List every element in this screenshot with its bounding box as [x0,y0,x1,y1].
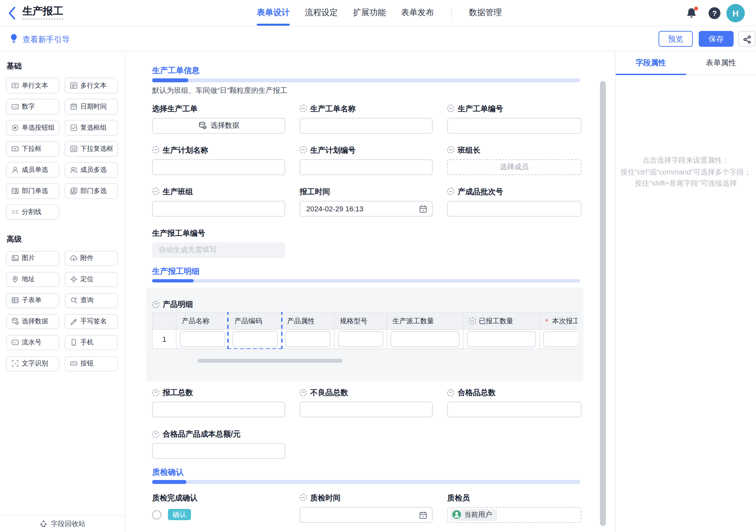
field-batch-no[interactable]: 产成品批次号 [447,187,581,216]
field-type-subform[interactable]: 子表单 [6,293,59,308]
subform-cell-input[interactable] [232,331,278,347]
preview-button[interactable]: 预览 [659,31,693,47]
subform-panel[interactable]: 产品明细 产品名称产品编码产品属性规格型号生产派工数量已报工数量*本次报工数量 … [146,288,583,381]
subform-cell-input[interactable] [467,331,536,347]
field-plan-no[interactable]: 生产计划编号 [300,145,433,175]
field-type-image[interactable]: 图片 [6,251,59,266]
field-type-location[interactable]: 定位 [65,272,118,287]
subform-column-header[interactable]: 规格型号 [334,312,387,330]
subform-cell-input[interactable] [391,331,460,347]
field-type-multi-line-text[interactable]: 多行文本 [65,78,118,93]
field-type-member-single[interactable]: 成员单选 [6,162,59,177]
field-qualified-total[interactable]: 合格品总数 [447,388,581,417]
field-type-checkbox-group[interactable]: 复选框组 [65,120,118,135]
field-type-datetime[interactable]: 日期时间 [65,99,118,114]
field-defect-total[interactable]: 不良品总数 [300,388,433,417]
link-icon [152,301,159,308]
field-type-divider[interactable]: 分割线 [6,204,59,220]
subform-column-header[interactable]: 生产派工数量 [387,312,463,330]
user-avatar[interactable]: H [726,4,745,22]
datetime-input[interactable] [300,507,433,522]
field-cost-total[interactable]: 合格品产品成本总额/元 [152,429,285,459]
field-qc-time[interactable]: 质检时间 [300,493,433,522]
subform-cell-input[interactable] [285,331,331,347]
field-type-label: 下拉复选框 [80,144,113,153]
field-type-radio-group[interactable]: 单选按钮组 [6,120,59,135]
vertical-scrollbar[interactable] [600,81,606,526]
field-type-ocr[interactable]: A文字识别 [6,356,59,371]
text-input[interactable] [300,118,433,133]
field-type-address[interactable]: 地址 [6,272,59,287]
share-button[interactable] [738,31,755,47]
field-type-serial-number[interactable]: NO.流水号 [6,335,59,350]
auto-serial-input[interactable]: 自动生成无需填写 [152,242,285,258]
nav-tab[interactable]: 扩展功能 [353,0,386,26]
save-button[interactable]: 保存 [699,31,734,47]
properties-tab[interactable]: 表单属性 [686,51,756,74]
field-report-no[interactable]: 生产报工单编号 自动生成无需填写 [152,228,285,258]
field-type-member-multi[interactable]: 成员多选 [65,162,118,177]
text-input[interactable] [152,443,285,459]
field-select-work-order[interactable]: 选择生产工单 选择数据 [152,104,285,133]
nav-tab[interactable]: 数据管理 [469,0,502,26]
text-input[interactable] [152,402,285,417]
field-type-multi-select[interactable]: 下拉复选框 [65,141,118,156]
subform-cell-input[interactable] [543,331,578,347]
subform-column-header[interactable]: 产品编码 [229,312,282,330]
member-picker[interactable]: 选择成员 [447,159,581,175]
text-input[interactable] [152,200,285,216]
field-team-leader[interactable]: 班组长 选择成员 [447,145,581,175]
radio-group-icon [11,124,19,132]
field-type-dept-multi[interactable]: 部门多选 [65,183,118,199]
select-data-button[interactable]: 选择数据 [152,118,285,133]
datetime-input[interactable]: 2024-02-29 16:13 [300,200,433,216]
member-picker[interactable]: 当前用户 [447,507,581,522]
text-input[interactable] [152,159,285,175]
field-type-dept-single[interactable]: 部门单选 [6,183,59,199]
nav-tab[interactable]: 表单设计 [257,0,290,26]
text-input[interactable] [447,402,581,417]
field-type-query[interactable]: 查询 [65,293,118,308]
subform-cell-input[interactable] [180,331,225,347]
field-qc-confirm[interactable]: 质检完成确认 确认 [152,493,285,522]
field-type-signature[interactable]: 手写签名 [65,314,118,329]
subform-column-header[interactable]: *本次报工数量 [540,312,578,330]
nav-tab[interactable]: 表单发布 [401,0,434,26]
field-plan-name[interactable]: 生产计划名称 [152,145,285,175]
text-input[interactable] [447,118,581,133]
field-type-attachment[interactable]: 附件 [65,251,118,266]
text-input[interactable] [447,200,581,216]
svg-text:A: A [14,362,16,365]
subform-column-header[interactable]: 产品属性 [282,312,334,330]
field-work-order-no[interactable]: 生产工单编号 [447,104,581,133]
field-type-number[interactable]: 123数字 [6,99,59,114]
field-type-select[interactable]: 下拉框 [6,141,59,156]
field-type-button[interactable]: BTN按钮 [65,356,118,371]
field-report-total[interactable]: 报工总数 [152,388,285,417]
field-type-select-data[interactable]: 选择数据 [6,314,59,329]
subform-column-header[interactable]: 产品名称 [176,312,229,330]
field-type-grid: 图片附件地址定位子表单查询选择数据手写签名NO.流水号手机A文字识别BTN按钮 [6,251,125,371]
notification-bell-icon[interactable] [686,7,697,19]
field-type-single-line-text[interactable]: 单行文本 [6,78,59,93]
field-type-phone[interactable]: 手机 [65,335,118,350]
field-inspector[interactable]: 质检员 当前用户 [447,493,581,522]
field-report-time[interactable]: 报工时间 2024-02-29 16:13 [300,187,433,216]
field-production-team[interactable]: 生产班组 [152,187,285,216]
form-title[interactable]: 生产报工 [22,5,63,18]
nav-tab[interactable]: 流程设定 [305,0,338,26]
section-progress-bar [152,279,580,282]
field-recycle-bin[interactable]: 字段回收站 [0,515,125,532]
subform-cell-input[interactable] [338,331,383,347]
text-input[interactable] [300,402,433,417]
back-icon[interactable] [8,7,16,20]
horizontal-scrollbar[interactable] [198,359,342,363]
qc-confirm-radio[interactable] [152,510,161,519]
subform-column-header[interactable]: 已报工数量 [463,312,540,330]
newbie-guide-link[interactable]: 查看新手引导 [22,34,70,45]
properties-tab[interactable]: 字段属性 [616,51,686,74]
text-input[interactable] [300,159,433,175]
field-work-order-name[interactable]: 生产工单名称 [300,104,433,133]
link-icon [152,146,159,153]
help-icon[interactable]: ? [709,7,720,19]
